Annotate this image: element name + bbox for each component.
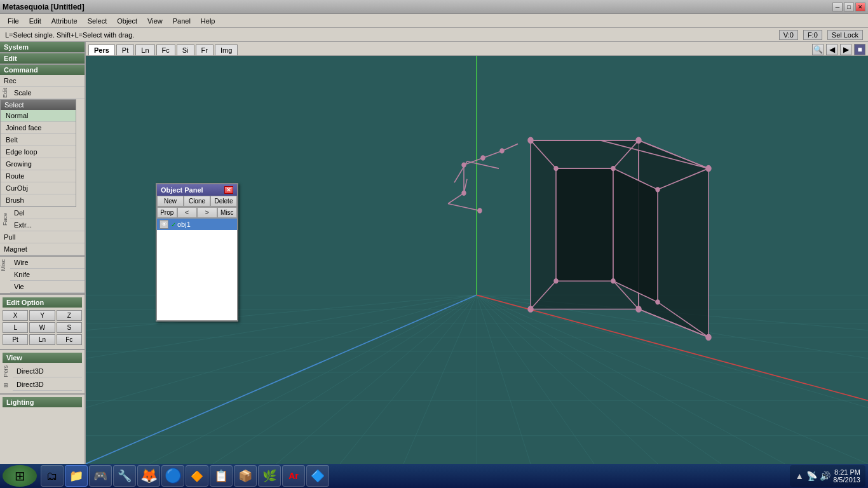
tab-fr[interactable]: Fr xyxy=(196,44,214,55)
edit-label: Edit xyxy=(0,87,10,99)
z-button[interactable]: Z xyxy=(57,310,82,321)
ln-button[interactable]: Ln xyxy=(29,334,55,345)
tray-network[interactable]: 📡 xyxy=(806,471,817,481)
prop-button[interactable]: Prop xyxy=(157,207,177,218)
system-header[interactable]: System xyxy=(0,42,85,52)
svg-marker-48 xyxy=(556,168,613,281)
magnet-button[interactable]: Magnet xyxy=(0,243,85,255)
direct3d-button-1[interactable]: Direct3D xyxy=(13,365,82,377)
nav-left-button[interactable]: ◀ xyxy=(826,44,837,55)
misc-button[interactable]: Misc xyxy=(217,207,238,218)
taskbar-green[interactable]: 🌿 xyxy=(258,465,281,487)
tab-fc[interactable]: Fc xyxy=(156,44,175,55)
taskbar: ⊞ 🗂 📁 🎮 🔧 🦊 🔵 🔶 📋 📦 🌿 Ar 🔷 ▲ 📡 🔊 8:21 PM… xyxy=(0,464,868,488)
vie-button[interactable]: Vie xyxy=(10,281,85,293)
select-curobj[interactable]: CurObj xyxy=(1,182,76,194)
tab-ln[interactable]: Ln xyxy=(135,44,154,55)
select-joined-face[interactable]: Joined face xyxy=(1,122,76,134)
tray-clock[interactable]: 8:21 PM 8/5/2013 xyxy=(833,468,860,484)
select-brush[interactable]: Brush xyxy=(1,194,76,207)
nav-right-button[interactable]: ▶ xyxy=(840,44,851,55)
del-button[interactable]: Del xyxy=(10,207,85,219)
l-button[interactable]: L xyxy=(3,322,28,333)
taskbar-games[interactable]: 🎮 xyxy=(89,465,112,487)
taskbar-archive[interactable]: 📦 xyxy=(234,465,257,487)
scale-button[interactable]: Scale xyxy=(10,87,85,99)
tray-volume[interactable]: 🔊 xyxy=(820,471,831,481)
menu-select[interactable]: Select xyxy=(83,16,112,26)
w-button[interactable]: W xyxy=(29,322,55,333)
svg-point-43 xyxy=(462,191,466,196)
next-button[interactable]: > xyxy=(197,207,217,218)
menu-panel[interactable]: Panel xyxy=(168,16,196,26)
select-edge-loop[interactable]: Edge loop xyxy=(1,146,76,158)
svg-marker-49 xyxy=(613,168,658,302)
taskbar-firefox[interactable]: 🦊 xyxy=(137,465,160,487)
fc-button[interactable]: Fc xyxy=(57,334,82,345)
object-item-obj1[interactable]: 👁 ✓ obj1 xyxy=(157,219,237,230)
select-belt[interactable]: Belt xyxy=(1,134,76,146)
wire-button[interactable]: Wire xyxy=(10,257,85,269)
maximize-button[interactable]: □ xyxy=(844,3,854,11)
view-header[interactable]: View xyxy=(3,353,82,363)
face-label: Face xyxy=(0,207,10,231)
sel-lock[interactable]: Sel Lock xyxy=(827,30,863,40)
minimize-button[interactable]: ─ xyxy=(832,3,843,11)
tray-arrow[interactable]: ▲ xyxy=(795,471,804,481)
taskbar-explorer[interactable]: 📁 xyxy=(65,465,88,487)
svg-point-68 xyxy=(656,300,660,304)
command-header[interactable]: Command xyxy=(0,65,85,75)
prev-button[interactable]: < xyxy=(177,207,198,218)
object-panel-close[interactable]: ✕ xyxy=(224,186,233,194)
start-button[interactable]: ⊞ xyxy=(3,465,37,487)
pt-button[interactable]: Pt xyxy=(3,334,28,345)
knife-button[interactable]: Knife xyxy=(10,269,85,281)
tab-pt[interactable]: Pt xyxy=(116,44,134,55)
select-growing[interactable]: Growing xyxy=(1,158,76,170)
taskbar-files[interactable]: 🗂 xyxy=(41,465,64,487)
y-button[interactable]: Y xyxy=(29,310,55,321)
vertex-count: V:0 xyxy=(779,30,798,40)
extr-button[interactable]: Extr... xyxy=(10,219,85,231)
edit-header[interactable]: Edit xyxy=(0,53,85,64)
rec-button[interactable]: Rec xyxy=(0,75,85,87)
view-section: View Pers Direct3D ⊞ Direct3D xyxy=(0,349,85,393)
menu-view[interactable]: View xyxy=(142,16,168,26)
taskbar-tools[interactable]: 🔧 xyxy=(113,465,136,487)
misc-label: Misc xyxy=(0,259,6,271)
object-visibility-icon[interactable]: 👁 xyxy=(159,220,168,229)
clock-date: 8/5/2013 xyxy=(833,476,860,484)
clone-button[interactable]: Clone xyxy=(184,196,210,207)
menu-help[interactable]: Help xyxy=(196,16,220,26)
x-button[interactable]: X xyxy=(3,310,28,321)
edit-option-header[interactable]: Edit Option xyxy=(3,297,82,308)
color-picker-button[interactable]: ■ xyxy=(854,44,865,55)
pull-button[interactable]: Pull xyxy=(0,231,85,243)
zoom-in-button[interactable]: 🔍 xyxy=(812,44,824,55)
taskbar-misc[interactable]: 🔷 xyxy=(306,465,329,487)
taskbar-adobe[interactable]: Ar xyxy=(282,465,305,487)
close-button[interactable]: ✕ xyxy=(855,3,865,11)
menu-attribute[interactable]: Attribute xyxy=(46,16,83,26)
left-sidebar: System Edit Command Rec Edit Scale Selec… xyxy=(0,42,86,464)
direct3d-button-2[interactable]: Direct3D xyxy=(13,379,82,391)
tab-pers[interactable]: Pers xyxy=(88,44,115,55)
lighting-header[interactable]: Lighting xyxy=(3,397,82,407)
select-route[interactable]: Route xyxy=(1,170,76,182)
menu-file[interactable]: File xyxy=(3,16,24,26)
menu-object[interactable]: Object xyxy=(112,16,142,26)
menu-edit[interactable]: Edit xyxy=(24,16,46,26)
taskbar-chrome[interactable]: 🔵 xyxy=(161,465,184,487)
object-list[interactable]: 👁 ✓ obj1 xyxy=(157,219,237,320)
menu-bar: File Edit Attribute Select Object View P… xyxy=(0,14,868,28)
tab-controls: 🔍 ◀ ▶ ■ xyxy=(812,44,865,55)
taskbar-docs[interactable]: 📋 xyxy=(210,465,233,487)
tab-si[interactable]: Si xyxy=(177,44,194,55)
tab-img[interactable]: Img xyxy=(215,44,238,55)
new-button[interactable]: New xyxy=(157,196,184,207)
s-button[interactable]: S xyxy=(57,322,82,333)
3d-viewport[interactable]: Object Panel ✕ New Clone Delete Prop < >… xyxy=(86,56,868,464)
delete-button[interactable]: Delete xyxy=(210,196,237,207)
taskbar-torrent[interactable]: 🔶 xyxy=(186,465,208,487)
select-normal[interactable]: Normal xyxy=(1,110,76,122)
